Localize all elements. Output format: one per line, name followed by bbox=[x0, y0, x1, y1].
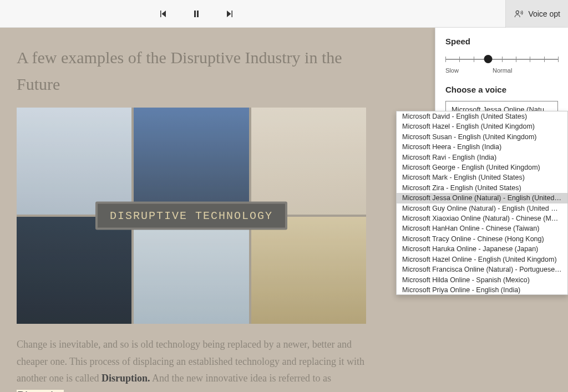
skip-next-icon bbox=[225, 9, 234, 18]
voice-option[interactable]: Microsoft Ravi - English (India) bbox=[397, 152, 567, 162]
speed-tick bbox=[445, 57, 446, 62]
hero-cell bbox=[251, 108, 366, 215]
voice-option[interactable]: Microsoft Guy Online (Natural) - English… bbox=[397, 203, 567, 213]
svg-point-0 bbox=[516, 11, 519, 13]
speed-label: Speed bbox=[445, 37, 558, 46]
voice-option[interactable]: Microsoft Susan - English (United Kingdo… bbox=[397, 132, 567, 142]
body-text-segment: Change is inevitable, and so is old tech… bbox=[17, 339, 364, 384]
skip-previous-icon bbox=[159, 9, 168, 18]
voice-option[interactable]: Microsoft Haruka Online - Japanese (Japa… bbox=[397, 244, 567, 254]
body-text-segment: And the new innovative idea is referred … bbox=[152, 373, 331, 384]
voice-option[interactable]: Microsoft Hazel - English (United Kingdo… bbox=[397, 121, 567, 131]
voice-option[interactable]: Microsoft Hazel Online - English (United… bbox=[397, 254, 567, 264]
hero-cell bbox=[134, 108, 248, 215]
voice-option[interactable]: Microsoft Francisca Online (Natural) - P… bbox=[397, 264, 567, 274]
speed-tick bbox=[544, 57, 545, 62]
voice-options-label: Voice opt bbox=[528, 9, 560, 18]
voice-option[interactable]: Microsoft Zira - English (United States) bbox=[397, 183, 567, 193]
voice-option[interactable]: Microsoft Hilda Online - Spanish (Mexico… bbox=[397, 275, 567, 285]
next-button[interactable] bbox=[222, 6, 237, 22]
voice-option[interactable]: Microsoft Tracy Online - Chinese (Hong K… bbox=[397, 234, 567, 244]
speed-normal-label: Normal bbox=[493, 67, 512, 74]
speed-section: Speed Slow Normal Fast bbox=[435, 37, 568, 74]
voice-option[interactable]: Microsoft Mark - English (United States) bbox=[397, 172, 567, 182]
body-keyword: Disruption. bbox=[102, 373, 150, 384]
speed-scale-labels: Slow Normal Fast bbox=[445, 67, 558, 74]
voice-option[interactable]: Microsoft Jessa Online (Natural) - Engli… bbox=[397, 193, 567, 203]
voice-option[interactable]: Microsoft George - English (United Kingd… bbox=[397, 162, 567, 172]
voice-options-button[interactable]: Voice opt bbox=[505, 0, 568, 28]
hero-cell bbox=[134, 217, 248, 324]
voice-option[interactable]: Microsoft Heera - English (India) bbox=[397, 142, 567, 152]
current-read-word: Disruptive bbox=[17, 390, 64, 392]
speed-tick bbox=[474, 57, 474, 62]
speed-tick bbox=[502, 57, 503, 62]
voice-option[interactable]: Microsoft Xiaoxiao Online (Natural) - Ch… bbox=[397, 213, 567, 223]
read-aloud-toolbar: Voice opt bbox=[0, 0, 568, 28]
speed-slow-label: Slow bbox=[445, 67, 459, 74]
hero-cell bbox=[17, 217, 131, 324]
hero-cell bbox=[17, 108, 131, 215]
speed-tick bbox=[530, 57, 530, 62]
hero-banner: DISRUPTIVE TECHNOLOGY bbox=[95, 202, 287, 230]
pause-icon bbox=[192, 9, 201, 18]
playback-controls bbox=[155, 6, 237, 22]
pause-button[interactable] bbox=[189, 6, 204, 22]
prev-button[interactable] bbox=[155, 6, 171, 22]
speed-tick bbox=[558, 57, 559, 62]
speed-tick bbox=[516, 57, 516, 62]
speed-tick bbox=[459, 57, 460, 62]
voice-option[interactable]: Microsoft HanHan Online - Chinese (Taiwa… bbox=[397, 223, 567, 233]
speed-thumb[interactable] bbox=[484, 55, 493, 63]
hero-image-grid: DISRUPTIVE TECHNOLOGY bbox=[17, 108, 366, 324]
choose-voice-label: Choose a voice bbox=[445, 85, 558, 94]
voice-option[interactable]: Microsoft David - English (United States… bbox=[397, 111, 567, 121]
article-title: A few examples of the Disruptive Industr… bbox=[17, 44, 372, 98]
voice-icon bbox=[514, 9, 524, 19]
voice-option[interactable]: Microsoft Priya Online - English (India) bbox=[397, 285, 567, 295]
hero-cell bbox=[251, 217, 366, 324]
speed-slider[interactable] bbox=[445, 53, 558, 66]
voice-dropdown-list[interactable]: Microsoft David - English (United States… bbox=[396, 111, 568, 295]
article-body: Change is inevitable, and so is old tech… bbox=[17, 336, 372, 392]
